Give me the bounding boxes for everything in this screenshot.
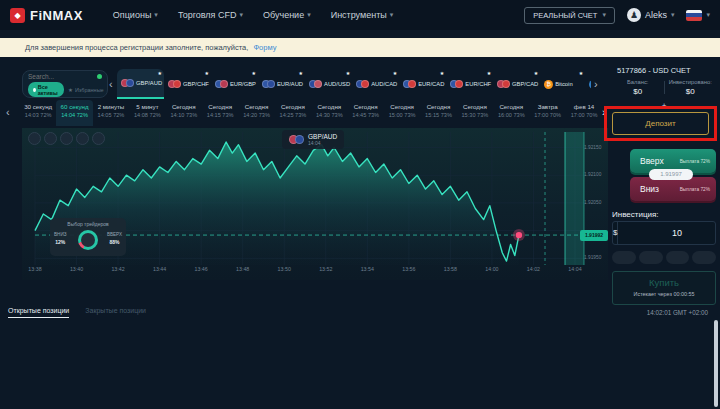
- favorite-star-icon[interactable]: ★: [579, 70, 583, 76]
- assets-scroll-right[interactable]: ›: [594, 78, 598, 90]
- chart-tool-icon[interactable]: [76, 132, 89, 145]
- asset-tab[interactable]: EUR/CHF ★: [446, 69, 493, 99]
- chart-tool-icon[interactable]: [60, 132, 73, 145]
- chevron-down-icon: ▾: [390, 11, 394, 19]
- pair-flags: [121, 79, 134, 87]
- timeframe-tab[interactable]: Завтра 17:00 70%: [529, 100, 565, 126]
- increment-button[interactable]: [692, 251, 716, 264]
- x-tick: 13:58: [436, 266, 464, 272]
- timeframe-tab[interactable]: Сегодня 15:30 73%: [457, 100, 493, 126]
- timeframe-tab[interactable]: Сегодня 16:00 73%: [493, 100, 529, 126]
- asset-tab[interactable]: AUD/USD ★: [305, 69, 352, 99]
- x-tick: 14:04: [561, 266, 589, 272]
- all-assets-toggle[interactable]: Все активы: [28, 82, 64, 97]
- x-tick: 13:56: [395, 266, 423, 272]
- favorite-star-icon[interactable]: ★: [204, 70, 208, 76]
- favorite-star-icon[interactable]: ★: [487, 70, 491, 76]
- amount-input[interactable]: [618, 222, 720, 244]
- username: Aleks: [645, 10, 667, 20]
- chevron-down-icon: ▾: [706, 11, 710, 19]
- timeframe-tab[interactable]: 30 секунд 14:03 72%: [20, 100, 56, 126]
- active-pair-badge: GBP/AUD 14:04: [282, 130, 344, 149]
- favorite-star-icon[interactable]: ★: [299, 70, 303, 76]
- chevron-down-icon: ▾: [671, 11, 675, 19]
- asset-tab[interactable]: GBP/CAD ★: [493, 69, 540, 99]
- chevron-down-icon: ▾: [307, 11, 311, 19]
- down-payout: Выплата 72%: [680, 187, 710, 192]
- expiry-countdown: Истекает через 00:00:55: [613, 291, 715, 297]
- assets-scroll-left[interactable]: ‹: [109, 78, 113, 90]
- tab-closed-positions[interactable]: Закрытые позиции: [85, 307, 146, 318]
- timeframe-tab[interactable]: Сегодня 14:30 73%: [311, 100, 347, 126]
- favorite-star-icon[interactable]: ★: [534, 70, 538, 76]
- asset-tab[interactable]: EUR/AUD ★: [258, 69, 305, 99]
- chart-tool-icon[interactable]: [44, 132, 57, 145]
- menu-item[interactable]: Торговля CFD ▾: [178, 10, 243, 20]
- favorite-star-icon[interactable]: ★: [346, 70, 350, 76]
- investment-amount-box: $: [612, 221, 716, 245]
- account-type-button[interactable]: РЕАЛЬНЫЙ СЧЕТ ▾: [524, 7, 615, 24]
- increment-button[interactable]: [612, 251, 636, 264]
- favorites-toggle[interactable]: ★ Избранные: [68, 87, 104, 93]
- account-number: 5177866 - USD СЧЕТ: [617, 66, 691, 75]
- pair-flags: [262, 80, 275, 88]
- x-tick: 13:48: [229, 266, 257, 272]
- timeframe-tab[interactable]: Сегодня 14:20 73%: [238, 100, 274, 126]
- timeframe-tab[interactable]: Сегодня 14:25 73%: [275, 100, 311, 126]
- favorite-star-icon[interactable]: ★: [158, 70, 162, 76]
- invested-value: $0: [665, 87, 717, 96]
- timeframe-tab[interactable]: 2 минуты 14:05 72%: [93, 100, 129, 126]
- menu-item[interactable]: Инструменты ▾: [331, 10, 394, 20]
- area-chart: [22, 128, 608, 280]
- invested-label: Инвестировано:: [665, 79, 717, 85]
- timeframe-tab[interactable]: Сегодня 14:45 73%: [348, 100, 384, 126]
- chevron-down-icon: ▾: [602, 11, 606, 19]
- timeframes-scroll-right[interactable]: ›: [602, 106, 606, 118]
- price-chart[interactable]: GBP/AUD 14:04 Выбор трейдеров ВНИЗ 12% В…: [22, 128, 608, 280]
- asset-tab[interactable]: AUD/CAD ★: [352, 69, 399, 99]
- timeframe-tab[interactable]: Сегодня 15:15 73%: [420, 100, 456, 126]
- check-dot-icon: [33, 88, 36, 92]
- increment-button[interactable]: [639, 251, 663, 264]
- buy-button[interactable]: Купить Истекает через 00:00:55: [612, 271, 716, 305]
- y-tick: 1.92100: [584, 172, 608, 177]
- timeframe-tab[interactable]: Сегодня 14:10 73%: [166, 100, 202, 126]
- form-link[interactable]: Форму: [253, 43, 276, 52]
- favorite-star-icon[interactable]: ★: [393, 70, 397, 76]
- balance-value: $0: [612, 87, 664, 96]
- main-menu: Опционы ▾ Торговля CFD ▾ Обучение ▾ Инст…: [113, 10, 393, 20]
- registration-notice: Для завершения процесса регистрации запо…: [0, 38, 720, 57]
- panel-collapse-icon[interactable]: +: [608, 101, 720, 110]
- search-input[interactable]: [28, 73, 97, 80]
- tab-open-positions[interactable]: Открытые позиции: [8, 307, 69, 318]
- finmax-logo[interactable]: ◆ FiNMAX: [10, 8, 83, 23]
- asset-tab[interactable]: GBP/CHF ★: [164, 69, 211, 99]
- timeframe-tab[interactable]: Сегодня 14:15 73%: [202, 100, 238, 126]
- timeframe-tab[interactable]: 60 секунд 14:04 72%: [56, 100, 92, 126]
- pair-flags: [497, 80, 510, 88]
- deposit-button[interactable]: Депозит: [612, 112, 709, 135]
- timeframe-tab[interactable]: фев 14 17:00 70%: [566, 100, 602, 126]
- x-tick: 13:46: [187, 266, 215, 272]
- x-tick: 13:50: [270, 266, 298, 272]
- timeframe-tab[interactable]: 5 минут 14:08 72%: [129, 100, 165, 126]
- asset-tab[interactable]: EUR/GBP ★: [211, 69, 258, 99]
- increment-button[interactable]: [666, 251, 690, 264]
- chart-tool-icon[interactable]: [92, 132, 105, 145]
- finmax-logo-text: FiNMAX: [30, 8, 83, 23]
- balances: Баланс: $0 Инвестировано: $0: [612, 79, 716, 96]
- favorite-star-icon[interactable]: ★: [251, 70, 255, 76]
- asset-tab[interactable]: GBP/AUD ★: [117, 69, 164, 99]
- language-selector[interactable]: ▾: [686, 10, 710, 21]
- menu-item[interactable]: Опционы ▾: [113, 10, 158, 20]
- asset-tab[interactable]: ✕ Ripp ★: [585, 69, 591, 99]
- put-down-button[interactable]: Вниз Выплата 72%: [630, 177, 716, 201]
- asset-tab[interactable]: ₿ Bitcoin ★: [540, 69, 585, 99]
- timeframe-tab[interactable]: Сегодня 15:00 73%: [384, 100, 420, 126]
- favorite-star-icon[interactable]: ★: [440, 70, 444, 76]
- menu-item[interactable]: Обучение ▾: [263, 10, 311, 20]
- asset-tab[interactable]: EUR/CAD ★: [399, 69, 446, 99]
- timeframes-scroll-left[interactable]: ‹: [6, 106, 10, 118]
- chart-tool-icon[interactable]: [28, 132, 41, 145]
- user-menu[interactable]: ♟ Aleks ▾: [627, 8, 675, 22]
